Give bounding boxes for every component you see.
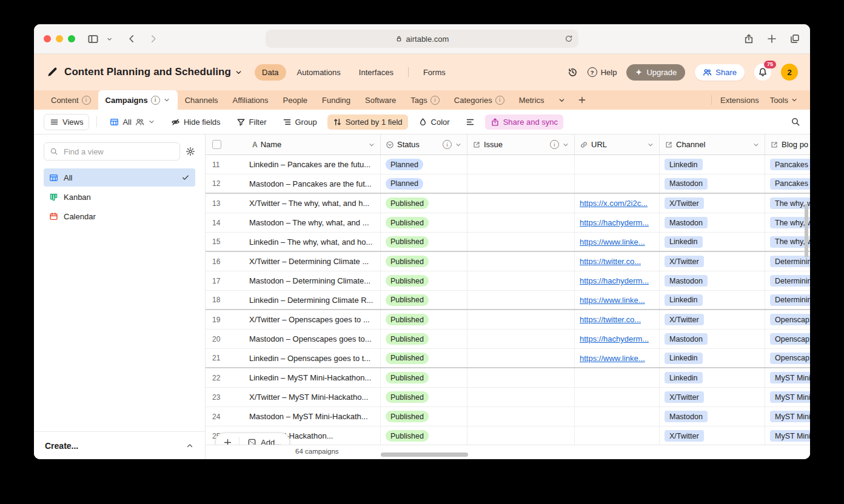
status-cell[interactable]: Published (381, 330, 467, 348)
url-link[interactable]: https://www.linke... (580, 354, 645, 363)
hide-fields-button[interactable]: Hide fields (166, 114, 226, 130)
upgrade-button[interactable]: Upgrade (626, 64, 685, 81)
name-cell[interactable]: 20 Mastodon – Openscapes goes to... (206, 330, 381, 348)
share-and-sync-button[interactable]: Share and sync (485, 114, 563, 130)
name-cell[interactable]: 16 X/Twitter – Determining Climate ... (206, 252, 381, 271)
status-cell[interactable]: Published (381, 213, 467, 232)
vertical-scrollbar[interactable] (805, 204, 808, 257)
channel-cell[interactable]: Linkedin (660, 233, 765, 251)
table-tab-channels[interactable]: Channels (178, 90, 226, 110)
table-row[interactable]: 11 Linkedin – Pancakes are the futu... P… (206, 155, 810, 174)
share-button[interactable]: Share (695, 64, 745, 81)
status-cell[interactable]: Published (381, 426, 467, 445)
airtable-base-icon[interactable] (46, 66, 58, 78)
url-link[interactable]: https://www.linke... (580, 237, 645, 247)
channel-cell[interactable]: Mastodon (660, 213, 765, 232)
table-row[interactable]: 13 X/Twitter – The why, what, and h... P… (206, 194, 810, 213)
table-row[interactable]: 19 X/Twitter – Openscapes goes to ... Pu… (206, 310, 810, 330)
url-cell[interactable] (575, 155, 660, 174)
status-cell[interactable]: Published (381, 310, 467, 329)
blog-post-cell[interactable]: Openscap (765, 349, 810, 367)
color-button[interactable]: Color (413, 114, 455, 130)
url-cell[interactable]: https://hachyderm... (575, 330, 660, 348)
url-cell[interactable]: https://hachyderm... (575, 271, 660, 290)
table-tab-tags[interactable]: Tagsi (403, 90, 446, 110)
view-item-calendar[interactable]: Calendar (44, 207, 195, 225)
account-avatar[interactable]: 2 (781, 64, 798, 81)
row-height-button[interactable] (460, 114, 480, 130)
name-cell[interactable]: 24 Mastodon – MyST Mini-Hackath... (206, 407, 381, 426)
find-view-search[interactable] (44, 142, 180, 161)
filter-button[interactable]: Filter (231, 114, 272, 130)
table-row[interactable]: 25 MyST Mini-Hackathon... Published X/Tw… (206, 426, 810, 446)
issue-cell[interactable] (467, 368, 575, 387)
issue-cell[interactable] (467, 213, 575, 232)
channel-cell[interactable]: Mastodon (660, 330, 765, 348)
channel-cell[interactable]: Linkedin (660, 368, 765, 387)
issue-cell[interactable] (467, 174, 575, 193)
blog-post-cell[interactable]: Pancakes a (765, 155, 810, 174)
table-row[interactable]: 18 Linkedin – Determining Climate R... P… (206, 291, 810, 310)
blog-post-cell[interactable]: Openscap (765, 330, 810, 348)
close-window-button[interactable] (44, 35, 51, 42)
channel-cell[interactable]: X/Twitter (660, 194, 765, 213)
url-cell[interactable]: https://www.linke... (575, 291, 660, 309)
tab-overview-icon[interactable] (789, 33, 800, 44)
create-view-toggle[interactable]: Create... (34, 431, 205, 459)
url-link[interactable]: https://hachyderm... (580, 334, 649, 343)
url-link[interactable]: https://x.com/2i2c... (580, 199, 648, 208)
view-item-all[interactable]: All (44, 168, 195, 187)
url-link[interactable]: https://twitter.co... (580, 257, 641, 266)
issue-cell[interactable] (467, 349, 575, 367)
status-cell[interactable]: Planned (381, 155, 467, 174)
url-link[interactable]: https://hachyderm... (580, 218, 649, 227)
table-row[interactable]: 17 Mastodon – Determining Climate... Pub… (206, 271, 810, 291)
sort-button[interactable]: Sorted by 1 field (327, 114, 408, 130)
url-link[interactable]: https://twitter.co... (580, 315, 641, 324)
history-button[interactable] (568, 67, 578, 78)
nav-tab-automations[interactable]: Automations (290, 64, 348, 81)
table-tab-campaigns[interactable]: Campaignsi (98, 90, 178, 110)
table-row[interactable]: 20 Mastodon – Openscapes goes to... Publ… (206, 330, 810, 349)
issue-cell[interactable] (467, 388, 575, 406)
name-cell[interactable]: 21 Linkedin – Openscapes goes to t... (206, 349, 381, 367)
channel-cell[interactable]: X/Twitter (660, 252, 765, 271)
nav-tab-forms[interactable]: Forms (416, 64, 453, 81)
channel-cell[interactable]: X/Twitter (660, 310, 765, 329)
name-cell[interactable]: 14 Mastodon – The why, what, and ... (206, 213, 381, 232)
tools-tab[interactable]: Tools (768, 96, 800, 105)
blog-post-cell[interactable]: The why, w (765, 233, 810, 251)
chevron-down-icon[interactable] (752, 141, 760, 148)
url-cell[interactable] (575, 368, 660, 387)
column-header-url[interactable]: URL (575, 134, 660, 154)
column-header-channel[interactable]: Channel (660, 134, 765, 154)
channel-cell[interactable]: X/Twitter (660, 388, 765, 406)
blog-post-cell[interactable]: The why, w (765, 194, 810, 213)
chevron-down-icon[interactable] (368, 141, 375, 148)
view-item-kanban[interactable]: Kanban (44, 188, 195, 206)
url-cell[interactable]: https://hachyderm... (575, 213, 660, 232)
table-row[interactable]: 24 Mastodon – MyST Mini-Hackath... Publi… (206, 407, 810, 426)
name-cell[interactable]: 15 Linkedin – The why, what, and ho... (206, 233, 381, 251)
channel-cell[interactable]: Linkedin (660, 291, 765, 309)
chevron-down-icon[interactable] (647, 141, 654, 148)
help-button[interactable]: ? Help (588, 67, 617, 77)
chevron-down-icon[interactable] (163, 96, 170, 104)
url-cell[interactable]: https://x.com/2i2c... (575, 194, 660, 213)
chevron-down-icon[interactable] (562, 141, 569, 148)
name-cell[interactable]: 13 X/Twitter – The why, what, and h... (206, 194, 381, 213)
status-cell[interactable]: Published (381, 407, 467, 426)
select-all-checkbox[interactable] (212, 140, 221, 149)
status-cell[interactable]: Published (381, 349, 467, 367)
nav-tab-interfaces[interactable]: Interfaces (352, 64, 401, 81)
issue-cell[interactable] (467, 271, 575, 290)
issue-cell[interactable] (467, 310, 575, 329)
status-cell[interactable]: Published (381, 233, 467, 251)
url-link[interactable]: https://hachyderm... (580, 276, 649, 285)
url-cell[interactable] (575, 174, 660, 193)
channel-cell[interactable]: Mastodon (660, 174, 765, 193)
blog-post-cell[interactable]: MyST Mini (765, 368, 810, 387)
notifications-button[interactable]: 75 (754, 64, 771, 81)
table-row[interactable]: 22 Linkedin – MyST Mini-Hackathon... Pub… (206, 368, 810, 388)
issue-cell[interactable] (467, 291, 575, 309)
